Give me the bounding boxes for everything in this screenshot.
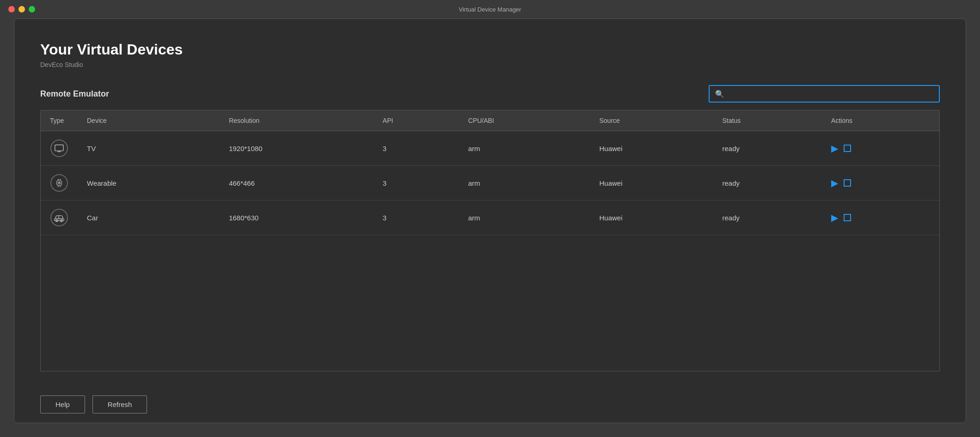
maximize-button[interactable]	[29, 6, 35, 12]
resolution-tv: 1920*1080	[220, 131, 374, 166]
col-api: API	[374, 110, 459, 131]
play-button-car[interactable]: ▶	[831, 213, 838, 222]
cpu-tv: arm	[459, 131, 590, 166]
search-input[interactable]	[727, 90, 933, 97]
col-actions: Actions	[822, 110, 939, 131]
source-car: Huawei	[590, 200, 713, 235]
play-button-tv[interactable]: ▶	[831, 144, 838, 153]
page-subtitle: DevEco Studio	[40, 61, 940, 68]
actions-wearable: ▶	[822, 166, 939, 200]
table-row: Wearable 466*466 3 arm Huawei ready ▶	[41, 166, 939, 200]
section-header: Remote Emulator 🔍	[40, 85, 940, 103]
col-status: Status	[713, 110, 822, 131]
cpu-car: arm	[459, 200, 590, 235]
stop-button-car[interactable]	[844, 214, 851, 221]
col-resolution: Resolution	[220, 110, 374, 131]
actions-tv: ▶	[822, 131, 939, 166]
table-row: Car 1680*630 3 arm Huawei ready ▶	[41, 200, 939, 235]
search-icon: 🔍	[715, 90, 724, 98]
col-type: Type	[41, 110, 78, 131]
status-tv: ready	[713, 131, 822, 166]
tv-icon	[50, 140, 68, 157]
type-cell-tv	[41, 131, 78, 166]
api-tv: 3	[374, 131, 459, 166]
actions-car: ▶	[822, 200, 939, 235]
device-table-container: Type Device Resolution API CPU/ABI Sourc…	[40, 110, 940, 371]
col-cpu: CPU/ABI	[459, 110, 590, 131]
stop-button-wearable[interactable]	[844, 179, 851, 187]
device-name-wearable: Wearable	[78, 166, 220, 200]
col-source: Source	[590, 110, 713, 131]
resolution-wearable: 466*466	[220, 166, 374, 200]
watch-icon	[50, 174, 68, 192]
device-table: Type Device Resolution API CPU/ABI Sourc…	[41, 110, 939, 235]
api-wearable: 3	[374, 166, 459, 200]
table-body: TV 1920*1080 3 arm Huawei ready ▶	[41, 131, 939, 235]
svg-rect-0	[55, 145, 63, 151]
col-device: Device	[78, 110, 220, 131]
device-name-tv: TV	[78, 131, 220, 166]
play-button-wearable[interactable]: ▶	[831, 178, 838, 188]
main-window: Your Virtual Devices DevEco Studio Remot…	[14, 18, 966, 423]
table-header: Type Device Resolution API CPU/ABI Sourc…	[41, 110, 939, 131]
section-title: Remote Emulator	[40, 89, 109, 99]
content-area: Your Virtual Devices DevEco Studio Remot…	[14, 19, 966, 386]
device-name-car: Car	[78, 200, 220, 235]
minimize-button[interactable]	[18, 6, 25, 12]
page-header: Your Virtual Devices DevEco Studio	[40, 41, 940, 85]
type-cell-wearable	[41, 166, 78, 200]
source-wearable: Huawei	[590, 166, 713, 200]
api-car: 3	[374, 200, 459, 235]
type-cell-car	[41, 200, 78, 235]
stop-button-tv[interactable]	[844, 145, 851, 152]
page-title: Your Virtual Devices	[40, 41, 940, 58]
title-bar: Virtual Device Manager	[0, 0, 980, 18]
search-box[interactable]: 🔍	[709, 85, 940, 103]
window-title: Virtual Device Manager	[459, 6, 521, 13]
table-row: TV 1920*1080 3 arm Huawei ready ▶	[41, 131, 939, 166]
status-car: ready	[713, 200, 822, 235]
footer: Help Refresh	[14, 386, 966, 423]
resolution-car: 1680*630	[220, 200, 374, 235]
status-wearable: ready	[713, 166, 822, 200]
refresh-button[interactable]: Refresh	[92, 395, 147, 413]
source-tv: Huawei	[590, 131, 713, 166]
help-button[interactable]: Help	[40, 395, 85, 413]
car-icon	[50, 209, 68, 226]
close-button[interactable]	[8, 6, 15, 12]
cpu-wearable: arm	[459, 166, 590, 200]
window-controls[interactable]	[8, 6, 35, 12]
